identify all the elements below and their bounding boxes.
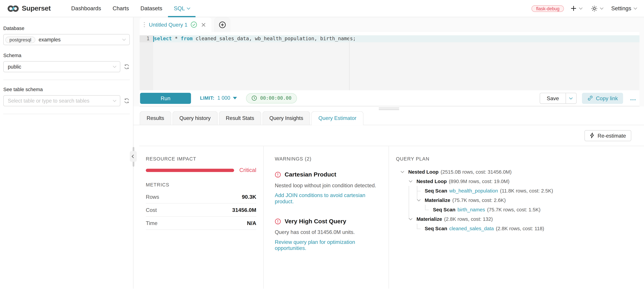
table-schema-label: See table schema — [3, 87, 130, 92]
clock-icon — [252, 95, 257, 101]
more-actions-button[interactable]: ... — [628, 95, 638, 101]
impact-level-bar — [146, 169, 234, 172]
plus-circle-icon — [219, 21, 226, 28]
warning-description: Nested loop without join condition detec… — [275, 182, 380, 188]
new-item-menu[interactable] — [568, 5, 585, 12]
chevron-down-icon — [401, 170, 404, 173]
result-tab-result-stats[interactable]: Result Stats — [219, 111, 261, 125]
south-pane: ResultsQuery historyResult StatsQuery In… — [134, 112, 644, 289]
query-tab[interactable]: Untitled Query 1 — [140, 17, 212, 32]
sql-token: select — [154, 35, 172, 42]
query-plan-node: Nested Loop(890.9M rows, cost: 19.0M) — [396, 177, 636, 186]
plan-node-name: Materialize — [416, 216, 442, 222]
chevron-down-icon — [187, 6, 190, 9]
collapse-sidebar-button[interactable] — [130, 151, 137, 162]
nav-item-label: SQL — [174, 5, 185, 12]
query-timer: 00:00:00.00 — [246, 93, 297, 103]
editor-toolbar: Run LIMIT: 1 000 00:00:00.00 — [140, 90, 640, 106]
result-tab-results[interactable]: Results — [140, 111, 171, 125]
page-body: Database postgresql examples Schema publ… — [0, 17, 644, 289]
nav-item-sql[interactable]: SQL — [168, 0, 196, 17]
metric-value: N/A — [247, 220, 256, 226]
warning-icon — [275, 218, 281, 225]
superset-brand[interactable]: Superset — [8, 4, 51, 13]
tree-connector-icon — [424, 205, 430, 214]
warning-icon — [275, 171, 281, 178]
sun-icon — [591, 5, 598, 12]
run-button[interactable]: Run — [140, 93, 191, 104]
sqllab-main: Untitled Query 1 — [134, 17, 644, 289]
expand-chevron-icon[interactable] — [408, 218, 414, 220]
result-tab-query-estimator[interactable]: Query Estimator — [312, 111, 363, 125]
database-select[interactable]: postgresql examples — [3, 34, 130, 45]
warning-suggestion-link[interactable]: Add JOIN conditions to avoid cartesian p… — [275, 192, 380, 205]
plus-icon — [570, 5, 577, 12]
nav-item-dashboards[interactable]: Dashboards — [66, 0, 107, 17]
result-tab-bar: ResultsQuery historyResult StatsQuery In… — [134, 112, 644, 125]
nav-item-datasets[interactable]: Datasets — [135, 0, 168, 17]
metric-label: Cost — [146, 207, 157, 213]
metric-row: TimeN/A — [146, 217, 256, 230]
sql-code-line: select * from cleaned_sales_data, wb_hea… — [153, 35, 640, 42]
top-navbar: Superset DashboardsChartsDatasetsSQL fla… — [0, 0, 644, 17]
plan-node-table-link[interactable]: wb_health_population — [449, 188, 498, 194]
metric-label: Rows — [146, 194, 159, 200]
superset-logo-icon — [8, 5, 19, 12]
save-button[interactable]: Save — [540, 93, 566, 103]
warning-item: Cartesian ProductNested loop without joi… — [275, 171, 380, 204]
chevron-down-icon — [113, 64, 116, 68]
metric-value: 90.3K — [242, 194, 256, 200]
close-tab-icon[interactable] — [201, 22, 206, 27]
limit-value: 1 000 — [217, 95, 230, 101]
splitter-drag-handle[interactable] — [378, 108, 399, 111]
plan-node-table-link[interactable]: birth_names — [458, 207, 485, 212]
result-tab-query-history[interactable]: Query history — [172, 111, 218, 125]
sql-token: from — [181, 35, 192, 42]
tree-connector-icon — [416, 186, 422, 195]
limit-dropdown[interactable]: LIMIT: 1 000 — [200, 95, 237, 101]
limit-label: LIMIT: — [200, 95, 214, 101]
sidebar-divider — [3, 114, 130, 114]
database-label: Database — [3, 25, 130, 31]
plan-node-meta: (75.7K rows, cost: 1.5K) — [487, 207, 540, 212]
metrics-list: Rows90.3KCost31456.0MTimeN/A — [146, 191, 256, 230]
nav-item-charts[interactable]: Charts — [107, 0, 135, 17]
copy-link-button[interactable]: Copy link — [582, 93, 623, 104]
expand-chevron-icon[interactable] — [408, 181, 414, 182]
save-options-button[interactable] — [566, 93, 576, 103]
print-margin-line — [349, 35, 350, 90]
estimator-panels: RESOURCE IMPACT Critical METRICS Rows90.… — [139, 146, 644, 289]
query-plan-node: Seq Scanbirth_names(75.7K rows, cost: 1.… — [396, 205, 636, 214]
chevron-down-icon — [600, 6, 604, 9]
theme-menu[interactable] — [588, 5, 606, 12]
metric-label: Time — [146, 220, 158, 226]
sql-editor[interactable]: 1 select * from cleaned_sales_data, wb_h… — [140, 35, 640, 90]
drag-handle-icon[interactable] — [143, 21, 146, 28]
result-tab-query-insights[interactable]: Query Insights — [262, 111, 310, 125]
plan-node-table-link[interactable]: cleaned_sales_data — [449, 226, 494, 231]
expand-chevron-icon[interactable] — [416, 200, 422, 201]
timer-value: 00:00:00.00 — [260, 95, 292, 101]
table-select[interactable]: Select table or type to search tables — [3, 95, 120, 106]
query-plan-heading: QUERY PLAN — [396, 156, 636, 162]
reestimate-button[interactable]: Re-estimate — [584, 130, 631, 141]
new-tab-button[interactable] — [219, 21, 226, 28]
warning-description: Query has cost of 31456.0M units. — [275, 229, 380, 235]
chevron-down-icon — [579, 6, 583, 9]
metrics-heading: METRICS — [146, 182, 256, 188]
warning-suggestion-link[interactable]: Review query plan for optimization oppor… — [275, 239, 380, 251]
schema-select[interactable]: public — [3, 61, 120, 72]
editor-code-area[interactable]: select * from cleaned_sales_data, wb_hea… — [153, 35, 640, 90]
warning-item: Very High Cost QueryQuery has cost of 31… — [275, 218, 380, 251]
warnings-panel: WARNINGS (2) Cartesian ProductNested loo… — [264, 146, 389, 289]
plan-node-name: Seq Scan — [424, 188, 447, 194]
plan-node-name: Materialize — [424, 197, 450, 203]
expand-chevron-icon[interactable] — [399, 171, 406, 172]
query-plan-tree: Nested Loop(2515.0B rows, cost: 31456.0M… — [396, 167, 636, 233]
query-plan-node: Seq Scanwb_health_population(11.8K rows,… — [396, 186, 636, 195]
refresh-schema-icon[interactable] — [124, 64, 130, 70]
warning-title: Very High Cost Query — [284, 218, 346, 225]
warning-header: Cartesian Product — [275, 171, 380, 178]
settings-menu[interactable]: Settings — [610, 5, 638, 12]
refresh-tables-icon[interactable] — [124, 98, 130, 104]
